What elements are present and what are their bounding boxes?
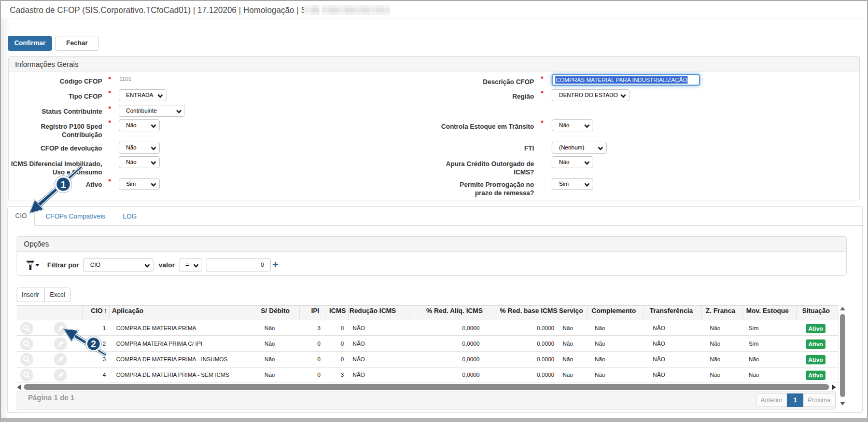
svg-text:1: 1 [61, 179, 66, 190]
svg-text:2: 2 [91, 339, 96, 349]
